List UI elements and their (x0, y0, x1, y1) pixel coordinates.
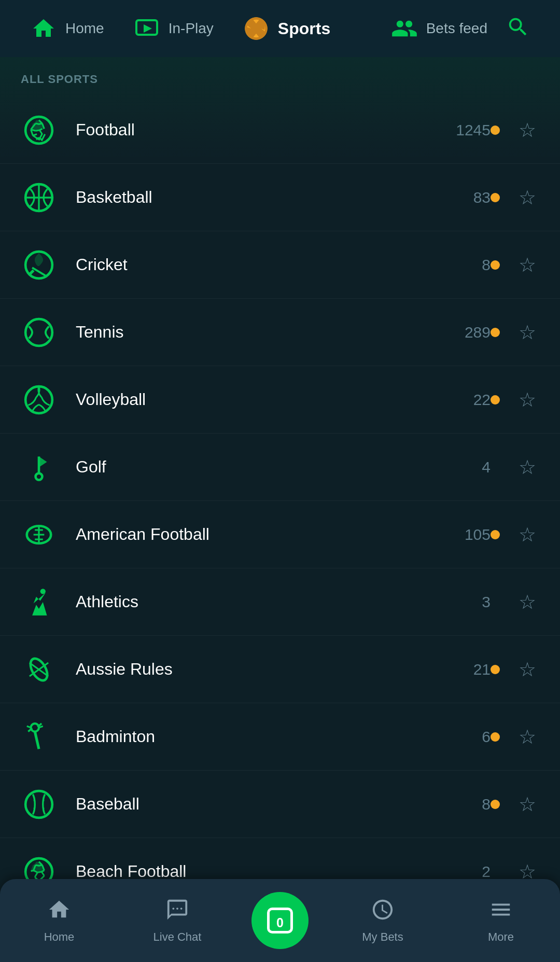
svg-marker-1 (144, 24, 152, 33)
bottom-nav-live-chat[interactable]: Live Chat (131, 898, 224, 944)
inplay-icon (133, 15, 160, 42)
bottom-more-label: More (488, 930, 514, 944)
sport-item-american-football[interactable]: American Football 105 ☆ (0, 501, 560, 568)
star-cricket[interactable]: ☆ (515, 253, 539, 277)
sport-name-cricket: Cricket (76, 255, 474, 274)
nav-inplay[interactable]: In-Play (119, 0, 228, 57)
svg-line-6 (32, 268, 46, 276)
nav-inplay-label: In-Play (169, 20, 214, 37)
sport-item-athletics[interactable]: Athletics 3 ☆ (0, 568, 560, 636)
sport-item-football[interactable]: Football 1245 ☆ (0, 96, 560, 164)
nav-betsfeed[interactable]: Bets feed (376, 0, 544, 57)
sport-name-volleyball: Volleyball (76, 390, 466, 409)
betsfeed-icon (391, 15, 418, 42)
volleyball-icon (21, 382, 57, 418)
nav-home[interactable]: Home (16, 0, 119, 57)
live-dot-basketball (491, 193, 500, 202)
sport-name-golf: Golf (76, 457, 474, 477)
nav-sports-label: Sports (278, 19, 330, 38)
svg-text:0: 0 (276, 915, 284, 930)
bottom-nav-more[interactable]: More (454, 898, 548, 944)
sport-name-tennis: Tennis (76, 323, 457, 342)
sport-item-basketball[interactable]: Basketball 83 ☆ (0, 164, 560, 231)
sport-count-volleyball: 22 (473, 391, 491, 409)
svg-point-22 (31, 723, 39, 732)
sport-name-american-football: American Football (76, 525, 457, 544)
sport-name-badminton: Badminton (76, 727, 474, 746)
svg-point-10 (36, 473, 43, 480)
live-dot-volleyball (491, 395, 500, 405)
live-dot-badminton (491, 732, 500, 742)
badminton-icon (21, 719, 57, 755)
sport-count-american-football: 105 (465, 526, 491, 543)
sport-name-beach-football: Beach Football (76, 862, 474, 881)
bottom-more-icon (489, 898, 513, 925)
sport-item-golf[interactable]: Golf 4 ☆ (0, 434, 560, 501)
sport-count-golf: 4 (482, 458, 491, 476)
sport-item-tennis[interactable]: Tennis 289 ☆ (0, 299, 560, 366)
home-icon (30, 15, 57, 42)
sports-icon (243, 15, 270, 42)
bottom-mybets-label: My Bets (362, 930, 403, 944)
sport-count-football: 1245 (456, 121, 491, 139)
bottom-mybets-icon (371, 898, 395, 925)
star-golf[interactable]: ☆ (515, 455, 539, 479)
star-athletics[interactable]: ☆ (515, 590, 539, 614)
sport-count-athletics: 3 (482, 593, 491, 611)
star-aussie-rules[interactable]: ☆ (515, 658, 539, 681)
star-volleyball[interactable]: ☆ (515, 388, 539, 412)
star-basketball[interactable]: ☆ (515, 186, 539, 210)
sport-item-aussie-rules[interactable]: Aussie Rules 21 ☆ (0, 636, 560, 703)
star-american-football[interactable]: ☆ (515, 523, 539, 547)
sport-name-football: Football (76, 120, 449, 140)
star-football[interactable]: ☆ (515, 118, 539, 142)
bottom-nav: Home Live Chat 0 My Bets (0, 879, 560, 962)
nav-home-label: Home (65, 20, 104, 37)
sport-name-basketball: Basketball (76, 188, 466, 207)
nav-sports[interactable]: Sports (228, 0, 345, 57)
cricket-icon (21, 247, 57, 283)
golf-icon (21, 449, 57, 485)
sport-count-aussie-rules: 21 (473, 661, 491, 678)
aussie-rules-icon (21, 651, 57, 688)
star-tennis[interactable]: ☆ (515, 320, 539, 344)
football-icon (21, 112, 57, 148)
top-nav: Home In-Play Sports Bets feed (0, 0, 560, 57)
sport-item-baseball[interactable]: Baseball 8 ☆ (0, 771, 560, 838)
tennis-icon (21, 314, 57, 351)
bottom-nav-bets[interactable]: 0 (249, 892, 311, 949)
sport-count-tennis: 289 (465, 324, 491, 341)
search-icon[interactable] (506, 15, 530, 43)
star-baseball[interactable]: ☆ (515, 792, 539, 816)
sport-name-baseball: Baseball (76, 794, 474, 814)
svg-line-7 (30, 270, 34, 274)
sport-name-aussie-rules: Aussie Rules (76, 660, 466, 679)
svg-point-23 (25, 791, 52, 818)
star-badminton[interactable]: ☆ (515, 725, 539, 749)
sport-count-baseball: 8 (482, 796, 491, 813)
baseball-icon (21, 786, 57, 822)
bottom-home-icon (47, 898, 71, 925)
live-dot-tennis (491, 328, 500, 337)
svg-point-8 (25, 319, 52, 346)
american-football-icon (21, 517, 57, 553)
live-dot-baseball (491, 800, 500, 809)
bottom-nav-my-bets[interactable]: My Bets (336, 898, 429, 944)
sport-count-basketball: 83 (473, 189, 491, 206)
svg-point-18 (40, 589, 46, 594)
athletics-icon (21, 584, 57, 620)
sport-item-badminton[interactable]: Badminton 6 ☆ (0, 703, 560, 771)
sport-name-athletics: Athletics (76, 592, 474, 611)
sport-item-volleyball[interactable]: Volleyball 22 ☆ (0, 366, 560, 434)
bottom-nav-home[interactable]: Home (12, 898, 106, 944)
bottom-livechat-label: Live Chat (153, 930, 202, 944)
section-label: ALL SPORTS (0, 57, 560, 96)
sport-item-cricket[interactable]: Cricket 8 ☆ (0, 231, 560, 299)
sport-count-cricket: 8 (482, 256, 491, 274)
live-dot-american-football (491, 530, 500, 539)
live-dot-football (491, 126, 500, 135)
bottom-home-label: Home (44, 930, 75, 944)
svg-marker-12 (39, 456, 47, 467)
basketball-icon (21, 179, 57, 216)
sport-count-beach-football: 2 (482, 863, 491, 881)
